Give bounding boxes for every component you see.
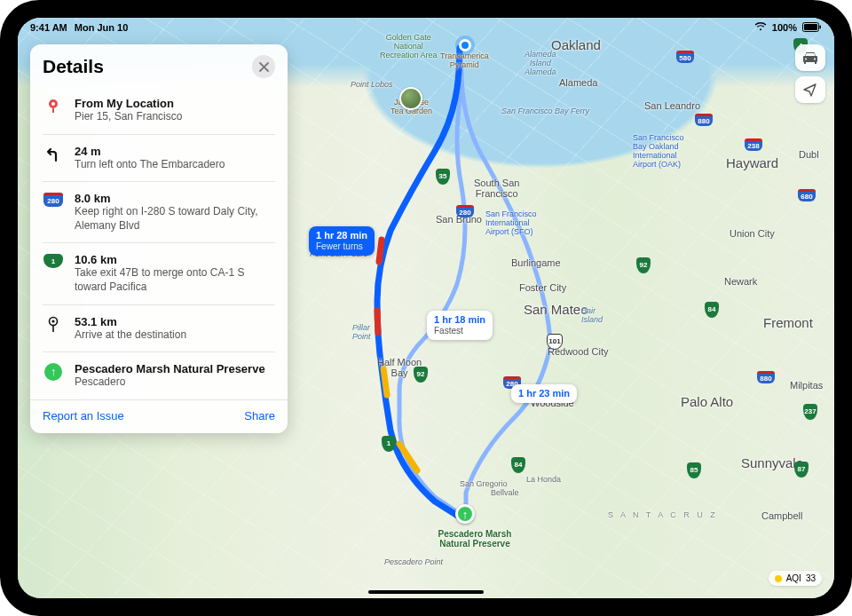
step-arrive[interactable]: 53.1 kmArrive at the destination [43,304,275,352]
label-sfbayferry: San Francisco Bay Ferry [501,107,589,115]
pin-start-icon [45,98,61,114]
label-fremont: Fremont [763,315,813,330]
label-bellvale: Bellvale [491,488,519,497]
label-transamerica: TransamericaPyramid [440,51,489,69]
aqi-value: 33 [806,573,816,583]
step-i280[interactable]: 280 8.0 kmKeep right on I-280 S toward D… [43,181,275,242]
wifi-icon [754,22,767,33]
i280-shield-icon: 280 [43,193,63,207]
label-alameda: Alameda [559,77,597,88]
destination-label: Pescadero MarshNatural Preserve [422,529,528,549]
label-sanleandro: San Leandro [644,100,700,111]
step-ca1[interactable]: 1 10.6 kmTake exit 47B to merge onto CA-… [43,242,275,304]
destination-pin[interactable]: ↑ [455,504,475,524]
label-pointlobos: Point Lobos [351,80,393,89]
directions-steps: From My LocationPier 15, San Francisco 2… [30,87,288,399]
label-burlingame: Burlingame [511,257,561,268]
step-origin[interactable]: From My LocationPier 15, San Francisco [43,87,275,134]
label-campbell: Campbell [761,510,802,521]
label-pescaderopoint: Pescadero Point [384,557,443,566]
battery-text: 100% [772,22,797,33]
transport-mode-button[interactable] [795,44,825,71]
directions-details-panel: Details From My LocationPier 15, San Fra… [30,44,288,433]
label-sanmateo: San Mateo [524,302,588,317]
ipad-frame: 9:41 AM Mon Jun 10 100% [0,0,852,616]
shield-i580: 580 [676,48,694,64]
svg-point-4 [51,102,55,106]
shield-us101: 101 [547,331,563,350]
svg-rect-2 [820,25,822,28]
shield-ca85: 85 [687,460,701,478]
label-hayward: Hayward [726,155,778,170]
shield-ca84-a: 84 [705,299,719,318]
label-paloalto: Palo Alto [681,394,733,409]
aqi-dot-icon [775,575,782,582]
shield-i880-b: 880 [757,368,775,384]
arrive-icon [45,316,61,334]
shield-ca92-b: 92 [636,255,651,273]
step-turn-left[interactable]: 24 mTurn left onto The Embarcadero [43,134,275,182]
current-location-dot [459,39,471,51]
car-icon [802,51,818,65]
status-date: Mon Jun 10 [75,22,129,33]
label-milpitas: Milpitas [790,380,823,391]
location-arrow-icon [803,83,817,97]
close-icon [259,62,269,72]
ca1-shield-icon: 1 [43,254,63,268]
label-unioncity: Union City [730,228,775,239]
label-oakland: Oakland [551,37,601,52]
label-oak: San FranciscoBay OaklandInternationalAir… [633,133,684,169]
label-dublin: Dubl [799,149,819,160]
route-callout-fastest[interactable]: 1 hr 18 minFastest [427,311,493,340]
locate-me-button[interactable] [795,76,825,103]
shield-ca92-a: 92 [414,364,428,383]
report-issue-link[interactable]: Report an Issue [43,409,124,423]
label-sangregorio: San Gregorio [460,479,508,488]
home-indicator[interactable] [368,590,484,594]
share-link[interactable]: Share [244,409,275,423]
shield-ca237: 237 [803,401,817,420]
shield-ca1: 1 [382,433,396,452]
label-bair: BairIsland [581,306,603,324]
user-avatar[interactable] [399,87,422,110]
label-fostercity: Foster City [519,282,566,293]
route-callout-primary[interactable]: 1 hr 28 minFewer turns [309,226,375,256]
destination-icon: ↑ [44,363,62,381]
aqi-label: AQI [786,573,801,583]
svg-rect-1 [804,24,817,30]
shield-i680: 680 [798,186,816,202]
label-alamedais: AlamedaIslandAlameda [525,50,556,76]
label-lahonda: La Honda [526,475,561,484]
shield-i280-a: 280 [456,202,474,218]
shield-ca35: 35 [436,166,450,185]
shield-ca87: 87 [794,459,809,478]
status-bar: 9:41 AM Mon Jun 10 100% [18,18,834,37]
shield-i880-a: 880 [695,111,713,127]
turn-left-icon [44,146,62,163]
screen: 9:41 AM Mon Jun 10 100% [18,18,834,598]
close-button[interactable] [252,55,275,78]
step-destination[interactable]: ↑ Pescadero Marsh Natural PreservePescad… [43,351,275,399]
label-sfo: San FranciscoInternationalAirport (SFO) [485,209,537,236]
shield-i238: 238 [745,136,762,152]
shield-ca84-b: 84 [511,454,525,473]
aqi-badge[interactable]: AQI 33 [769,571,822,586]
label-pillar: PillarPoint [352,323,371,341]
route-callout-alternate[interactable]: 1 hr 23 min [511,384,577,403]
status-time: 9:41 AM [30,22,67,33]
label-southsf: South SanFrancisco [474,178,519,199]
svg-point-6 [51,320,54,322]
battery-icon [802,22,822,34]
label-santacruz: S A N T A C R U Z [608,510,718,519]
label-newark: Newark [724,276,757,287]
panel-title: Details [43,56,104,77]
